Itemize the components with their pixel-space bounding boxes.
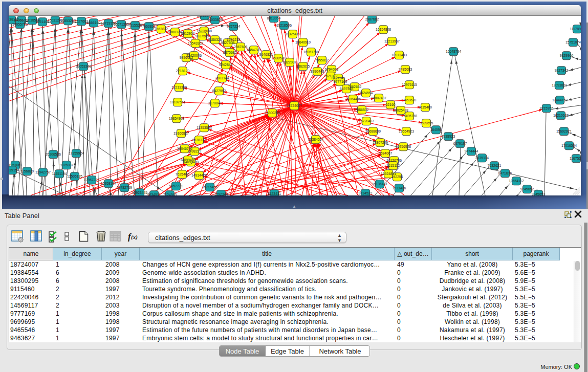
svg-text:9115460: 9115460 — [419, 105, 432, 109]
svg-text:7663821: 7663821 — [142, 25, 156, 28]
svg-text:19218506: 19218506 — [276, 24, 292, 27]
svg-text:6794028: 6794028 — [325, 68, 339, 71]
svg-text:2935114: 2935114 — [475, 156, 489, 160]
svg-text:10807487: 10807487 — [371, 96, 386, 100]
svg-text:7462662: 7462662 — [348, 85, 362, 89]
svg-text:10958107: 10958107 — [101, 182, 116, 185]
svg-text:16543362: 16543362 — [188, 41, 203, 45]
svg-text:19166827: 19166827 — [173, 132, 189, 135]
svg-text:17359924: 17359924 — [69, 151, 84, 155]
svg-text:8938923: 8938923 — [442, 135, 455, 138]
svg-text:2987682: 2987682 — [365, 17, 379, 21]
svg-text:7986532: 7986532 — [355, 108, 369, 112]
svg-text:12975115: 12975115 — [402, 83, 417, 86]
svg-text:8813054: 8813054 — [267, 16, 281, 20]
svg-text:29053346: 29053346 — [76, 64, 91, 68]
svg-text:7515526: 7515526 — [128, 24, 142, 27]
svg-text:9146821: 9146821 — [259, 53, 273, 56]
svg-text:19654923: 19654923 — [399, 129, 414, 133]
svg-text:9245652: 9245652 — [520, 187, 534, 191]
svg-text:8471676: 8471676 — [498, 171, 512, 175]
svg-text:7632621: 7632621 — [488, 164, 502, 167]
svg-text:9245653: 9245653 — [532, 192, 546, 195]
svg-text:17957223: 17957223 — [84, 178, 99, 182]
svg-text:2718170: 2718170 — [176, 69, 190, 73]
svg-text:9463628: 9463628 — [403, 98, 417, 102]
svg-text:9227342: 9227342 — [555, 69, 569, 72]
svg-text:10973493: 10973493 — [391, 53, 407, 57]
svg-text:16033808: 16033808 — [197, 16, 212, 17]
svg-text:19756928: 19756928 — [396, 145, 411, 148]
svg-text:12923445: 12923445 — [132, 191, 147, 194]
svg-text:1939154: 1939154 — [9, 168, 19, 172]
svg-text:1588520: 1588520 — [272, 56, 286, 60]
svg-text:7625402: 7625402 — [176, 172, 189, 176]
svg-text:7663822: 7663822 — [155, 27, 168, 31]
svg-text:18300295: 18300295 — [265, 111, 280, 115]
svg-text:17016504: 17016504 — [561, 144, 577, 147]
svg-text:10688609: 10688609 — [365, 129, 381, 133]
svg-text:8431245: 8431245 — [332, 76, 345, 80]
svg-text:10853267: 10853267 — [60, 19, 76, 23]
svg-text:7357224: 7357224 — [227, 25, 241, 28]
svg-text:19384554: 19384554 — [308, 138, 323, 141]
svg-text:15720407: 15720407 — [359, 119, 374, 123]
svg-text:12942757: 12942757 — [35, 170, 51, 174]
svg-text:9660124: 9660124 — [168, 30, 182, 34]
svg-text:1733426: 1733426 — [393, 186, 406, 190]
svg-text:11353594: 11353594 — [197, 126, 212, 129]
svg-text:2803144: 2803144 — [215, 76, 229, 80]
svg-text:10025438: 10025438 — [393, 108, 408, 112]
svg-text:4498222: 4498222 — [188, 149, 202, 153]
svg-text:9474444: 9474444 — [465, 149, 478, 153]
svg-text:15226058: 15226058 — [197, 29, 212, 33]
svg-text:1615112: 1615112 — [386, 164, 400, 167]
svg-text:9134522: 9134522 — [359, 191, 373, 195]
svg-text:3875685: 3875685 — [223, 51, 237, 54]
svg-text:15692971: 15692971 — [556, 129, 572, 133]
svg-text:23420046: 23420046 — [186, 54, 202, 57]
svg-text:12213967: 12213967 — [384, 39, 400, 43]
svg-text:12444152: 12444152 — [552, 98, 568, 102]
svg-text:15751074: 15751074 — [565, 40, 581, 44]
svg-text:18807249: 18807249 — [373, 141, 388, 144]
svg-text:8912954: 8912954 — [181, 32, 195, 35]
svg-text:9657771: 9657771 — [169, 184, 183, 188]
svg-text:9689695: 9689695 — [420, 121, 433, 125]
svg-text:8878332: 8878332 — [192, 138, 206, 142]
svg-text:20206536: 20206536 — [46, 152, 61, 156]
svg-text:1167535: 1167535 — [570, 157, 581, 160]
svg-text:1953061: 1953061 — [9, 163, 22, 167]
svg-text:6879197: 6879197 — [453, 142, 467, 145]
svg-text:11325419: 11325419 — [285, 32, 300, 36]
svg-text:9777169: 9777169 — [334, 80, 347, 83]
svg-text:16495758: 16495758 — [402, 114, 417, 118]
svg-text:12505135: 12505135 — [67, 174, 82, 178]
svg-text:9827505: 9827505 — [195, 34, 209, 38]
svg-text:16120746: 16120746 — [386, 159, 402, 162]
svg-text:12093821: 12093821 — [552, 83, 567, 87]
svg-text:12213369: 12213369 — [171, 85, 187, 89]
svg-text:14055713: 14055713 — [12, 23, 28, 26]
svg-text:7485083: 7485083 — [399, 68, 412, 71]
svg-text:252254: 252254 — [391, 175, 403, 179]
svg-text:164095: 164095 — [430, 128, 442, 132]
svg-text:11451194: 11451194 — [52, 172, 67, 176]
svg-text:7955812: 7955812 — [315, 58, 329, 62]
svg-text:16648784: 16648784 — [446, 50, 461, 53]
svg-text:62160: 62160 — [386, 103, 396, 106]
svg-text:1527602: 1527602 — [75, 19, 89, 23]
svg-text:14914479: 14914479 — [191, 173, 207, 177]
svg-text:15716485: 15716485 — [202, 185, 217, 189]
svg-text:11178954: 11178954 — [570, 27, 581, 31]
svg-text:8123411: 8123411 — [268, 192, 281, 195]
svg-text:8990448: 8990448 — [311, 70, 324, 73]
svg-text:8186328: 8186328 — [208, 38, 222, 41]
svg-text:3170041: 3170041 — [208, 101, 222, 105]
svg-text:20364436: 20364436 — [345, 97, 361, 101]
svg-text:18640910: 18640910 — [295, 40, 311, 44]
svg-text:9234511: 9234511 — [147, 193, 161, 195]
svg-text:8427552: 8427552 — [212, 89, 226, 93]
svg-text:10654112: 10654112 — [509, 179, 524, 183]
svg-text:16154808: 16154808 — [376, 28, 391, 31]
